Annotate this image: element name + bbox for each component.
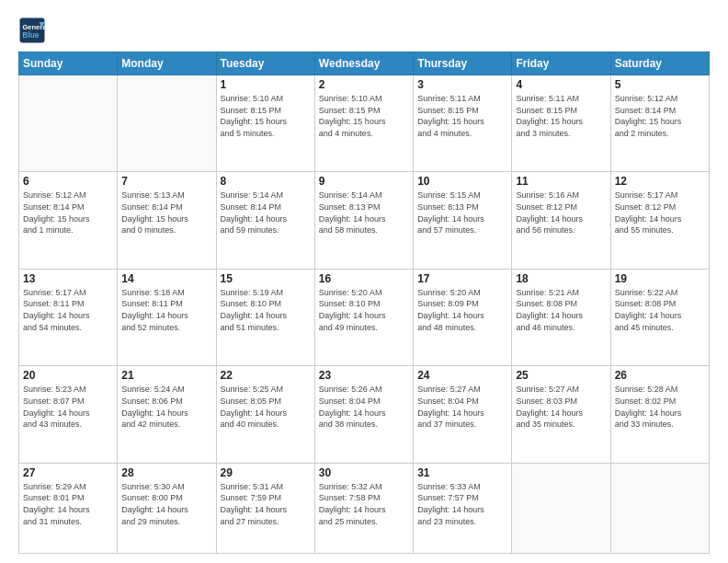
column-header-friday: Friday	[512, 52, 610, 75]
day-info: Sunrise: 5:16 AM Sunset: 8:12 PM Dayligh…	[516, 190, 606, 236]
column-header-wednesday: Wednesday	[314, 52, 413, 75]
calendar-cell: 9Sunrise: 5:14 AM Sunset: 8:13 PM Daylig…	[314, 172, 413, 269]
day-number: 30	[319, 466, 409, 479]
column-header-monday: Monday	[118, 52, 216, 75]
day-number: 31	[417, 466, 507, 479]
day-number: 2	[319, 78, 409, 91]
week-row-3: 13Sunrise: 5:17 AM Sunset: 8:11 PM Dayli…	[19, 269, 710, 365]
calendar-cell: 26Sunrise: 5:28 AM Sunset: 8:02 PM Dayli…	[610, 366, 709, 463]
calendar-cell: 3Sunrise: 5:11 AM Sunset: 8:15 PM Daylig…	[414, 75, 512, 172]
calendar-cell: 29Sunrise: 5:31 AM Sunset: 7:59 PM Dayli…	[216, 463, 314, 553]
day-info: Sunrise: 5:11 AM Sunset: 8:15 PM Dayligh…	[417, 93, 507, 139]
calendar-cell: 22Sunrise: 5:25 AM Sunset: 8:05 PM Dayli…	[216, 366, 314, 463]
day-number: 29	[221, 466, 311, 479]
calendar-cell: 18Sunrise: 5:21 AM Sunset: 8:08 PM Dayli…	[512, 269, 610, 365]
day-number: 13	[23, 272, 113, 285]
day-number: 17	[417, 272, 507, 285]
calendar-cell: 31Sunrise: 5:33 AM Sunset: 7:57 PM Dayli…	[414, 463, 512, 553]
calendar-cell: 21Sunrise: 5:24 AM Sunset: 8:06 PM Dayli…	[118, 366, 216, 463]
day-info: Sunrise: 5:25 AM Sunset: 8:05 PM Dayligh…	[221, 384, 311, 430]
header: General Blue	[18, 17, 710, 44]
column-header-tuesday: Tuesday	[216, 52, 314, 75]
day-number: 23	[319, 369, 409, 382]
day-number: 26	[615, 369, 705, 382]
day-info: Sunrise: 5:10 AM Sunset: 8:15 PM Dayligh…	[319, 93, 409, 139]
svg-text:Blue: Blue	[23, 31, 40, 40]
day-number: 1	[221, 78, 311, 91]
week-row-5: 27Sunrise: 5:29 AM Sunset: 8:01 PM Dayli…	[19, 463, 710, 553]
day-number: 25	[516, 369, 606, 382]
calendar-cell: 14Sunrise: 5:18 AM Sunset: 8:11 PM Dayli…	[118, 269, 216, 365]
day-info: Sunrise: 5:26 AM Sunset: 8:04 PM Dayligh…	[319, 384, 409, 430]
calendar-cell: 13Sunrise: 5:17 AM Sunset: 8:11 PM Dayli…	[19, 269, 118, 365]
column-header-sunday: Sunday	[19, 52, 118, 75]
calendar-cell: 25Sunrise: 5:27 AM Sunset: 8:03 PM Dayli…	[512, 366, 610, 463]
day-info: Sunrise: 5:29 AM Sunset: 8:01 PM Dayligh…	[23, 481, 113, 527]
calendar-cell: 10Sunrise: 5:15 AM Sunset: 8:13 PM Dayli…	[414, 172, 512, 269]
header-row: SundayMondayTuesdayWednesdayThursdayFrid…	[19, 52, 710, 75]
day-info: Sunrise: 5:12 AM Sunset: 8:14 PM Dayligh…	[23, 190, 113, 236]
day-number: 24	[417, 369, 507, 382]
calendar-cell: 24Sunrise: 5:27 AM Sunset: 8:04 PM Dayli…	[414, 366, 512, 463]
calendar-cell: 19Sunrise: 5:22 AM Sunset: 8:08 PM Dayli…	[610, 269, 709, 365]
day-info: Sunrise: 5:13 AM Sunset: 8:14 PM Dayligh…	[121, 190, 211, 236]
page: General Blue SundayMondayTuesdayWednesda…	[0, 0, 728, 563]
calendar-cell	[610, 463, 709, 553]
day-info: Sunrise: 5:10 AM Sunset: 8:15 PM Dayligh…	[221, 93, 311, 139]
week-row-4: 20Sunrise: 5:23 AM Sunset: 8:07 PM Dayli…	[19, 366, 710, 463]
calendar-cell: 12Sunrise: 5:17 AM Sunset: 8:12 PM Dayli…	[610, 172, 709, 269]
calendar-cell: 23Sunrise: 5:26 AM Sunset: 8:04 PM Dayli…	[314, 366, 413, 463]
column-header-thursday: Thursday	[414, 52, 512, 75]
day-number: 6	[23, 175, 113, 188]
calendar-cell: 2Sunrise: 5:10 AM Sunset: 8:15 PM Daylig…	[314, 75, 413, 172]
day-number: 16	[319, 272, 409, 285]
day-number: 21	[121, 369, 211, 382]
column-header-saturday: Saturday	[610, 52, 709, 75]
day-info: Sunrise: 5:24 AM Sunset: 8:06 PM Dayligh…	[121, 384, 211, 430]
calendar-cell: 20Sunrise: 5:23 AM Sunset: 8:07 PM Dayli…	[19, 366, 118, 463]
day-info: Sunrise: 5:15 AM Sunset: 8:13 PM Dayligh…	[417, 190, 507, 236]
day-number: 11	[516, 175, 606, 188]
day-number: 27	[23, 466, 113, 479]
week-row-1: 1Sunrise: 5:10 AM Sunset: 8:15 PM Daylig…	[19, 75, 710, 172]
calendar-cell: 16Sunrise: 5:20 AM Sunset: 8:10 PM Dayli…	[314, 269, 413, 365]
day-number: 20	[23, 369, 113, 382]
calendar-cell: 11Sunrise: 5:16 AM Sunset: 8:12 PM Dayli…	[512, 172, 610, 269]
calendar-cell: 30Sunrise: 5:32 AM Sunset: 7:58 PM Dayli…	[314, 463, 413, 553]
day-number: 12	[615, 175, 705, 188]
calendar-cell	[118, 75, 216, 172]
day-info: Sunrise: 5:17 AM Sunset: 8:12 PM Dayligh…	[615, 190, 705, 236]
day-info: Sunrise: 5:33 AM Sunset: 7:57 PM Dayligh…	[417, 481, 507, 527]
calendar-table: SundayMondayTuesdayWednesdayThursdayFrid…	[18, 52, 710, 554]
day-info: Sunrise: 5:17 AM Sunset: 8:11 PM Dayligh…	[23, 287, 113, 333]
day-number: 8	[221, 175, 311, 188]
day-info: Sunrise: 5:18 AM Sunset: 8:11 PM Dayligh…	[121, 287, 211, 333]
day-number: 14	[121, 272, 211, 285]
day-number: 4	[516, 78, 606, 91]
logo: General Blue	[18, 17, 46, 44]
day-number: 3	[417, 78, 507, 91]
calendar-cell: 6Sunrise: 5:12 AM Sunset: 8:14 PM Daylig…	[19, 172, 118, 269]
calendar-cell: 15Sunrise: 5:19 AM Sunset: 8:10 PM Dayli…	[216, 269, 314, 365]
day-info: Sunrise: 5:27 AM Sunset: 8:03 PM Dayligh…	[516, 384, 606, 430]
day-number: 9	[319, 175, 409, 188]
day-info: Sunrise: 5:14 AM Sunset: 8:13 PM Dayligh…	[319, 190, 409, 236]
calendar-cell: 28Sunrise: 5:30 AM Sunset: 8:00 PM Dayli…	[118, 463, 216, 553]
day-info: Sunrise: 5:12 AM Sunset: 8:14 PM Dayligh…	[615, 93, 705, 139]
day-info: Sunrise: 5:21 AM Sunset: 8:08 PM Dayligh…	[516, 287, 606, 333]
day-number: 15	[221, 272, 311, 285]
calendar-cell: 27Sunrise: 5:29 AM Sunset: 8:01 PM Dayli…	[19, 463, 118, 553]
day-number: 5	[615, 78, 705, 91]
day-info: Sunrise: 5:30 AM Sunset: 8:00 PM Dayligh…	[121, 481, 211, 527]
day-info: Sunrise: 5:32 AM Sunset: 7:58 PM Dayligh…	[319, 481, 409, 527]
day-number: 10	[417, 175, 507, 188]
day-info: Sunrise: 5:27 AM Sunset: 8:04 PM Dayligh…	[417, 384, 507, 430]
calendar-cell: 4Sunrise: 5:11 AM Sunset: 8:15 PM Daylig…	[512, 75, 610, 172]
week-row-2: 6Sunrise: 5:12 AM Sunset: 8:14 PM Daylig…	[19, 172, 710, 269]
logo-icon: General Blue	[18, 17, 46, 44]
day-number: 19	[615, 272, 705, 285]
day-info: Sunrise: 5:11 AM Sunset: 8:15 PM Dayligh…	[516, 93, 606, 139]
day-info: Sunrise: 5:19 AM Sunset: 8:10 PM Dayligh…	[221, 287, 311, 333]
day-number: 28	[121, 466, 211, 479]
day-info: Sunrise: 5:31 AM Sunset: 7:59 PM Dayligh…	[221, 481, 311, 527]
